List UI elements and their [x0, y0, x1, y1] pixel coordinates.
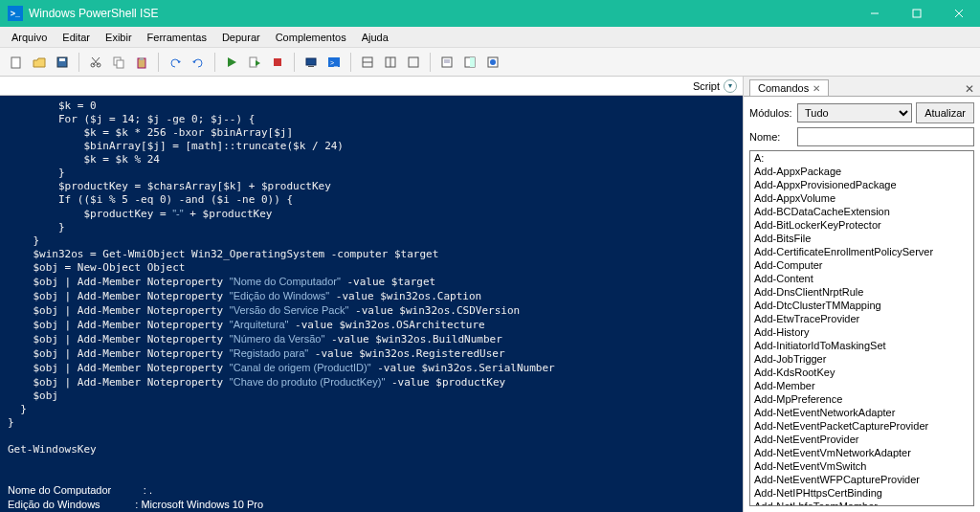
new-remote-tab-button[interactable] — [301, 52, 322, 73]
toggle-commands-button[interactable] — [482, 52, 503, 73]
svg-rect-15 — [250, 57, 256, 67]
svg-rect-14 — [140, 57, 144, 60]
list-item[interactable]: Add-AppxPackage — [750, 165, 973, 178]
list-item[interactable]: Add-NetEventWFPCaptureProvider — [750, 473, 973, 486]
svg-rect-6 — [59, 58, 65, 61]
layout1-button[interactable] — [357, 52, 378, 73]
list-item[interactable]: Add-InitiatorIdToMaskingSet — [750, 339, 973, 352]
app-icon: >_ — [8, 6, 23, 21]
list-item[interactable]: Add-NetEventProvider — [750, 433, 973, 446]
svg-rect-12 — [117, 60, 123, 68]
name-label: Nome: — [749, 131, 793, 143]
list-item[interactable]: Add-Computer — [750, 258, 973, 272]
menu-ajuda[interactable]: Ajuda — [354, 30, 396, 45]
menu-bar: ArquivoEditarExibirFerramentasDepurarCom… — [0, 27, 980, 48]
script-pane-header: Script ▾ — [0, 77, 743, 96]
show-command-addon-button[interactable] — [459, 52, 480, 73]
menu-ferramentas[interactable]: Ferramentas — [140, 30, 214, 45]
svg-rect-4 — [11, 57, 20, 68]
list-item[interactable]: Add-CertificateEnrollmentPolicyServer — [750, 245, 973, 258]
close-icon[interactable]: ✕ — [813, 83, 820, 94]
list-item[interactable]: Add-BitLockerKeyProtector — [750, 218, 973, 232]
svg-rect-1 — [913, 10, 921, 17]
stop-button[interactable] — [267, 52, 288, 73]
list-item[interactable]: Add-MpPreference — [750, 392, 973, 406]
list-item[interactable]: Add-NetEventVmSwitch — [750, 459, 973, 473]
run-button[interactable] — [221, 52, 242, 73]
undo-button[interactable] — [165, 52, 186, 73]
minimize-button[interactable] — [854, 0, 896, 27]
commands-list[interactable]: A:Add-AppxPackageAdd-AppxProvisionedPack… — [749, 150, 974, 506]
tab-commands[interactable]: Comandos ✕ — [749, 79, 829, 96]
save-button[interactable] — [52, 52, 73, 73]
powershell-button[interactable]: >_ — [323, 52, 345, 73]
window-title: Windows PowerShell ISE — [29, 7, 854, 20]
list-item[interactable]: Add-NetLbfoTeamMember — [750, 500, 973, 506]
refresh-button[interactable]: Atualizar — [916, 102, 974, 123]
name-input[interactable] — [797, 127, 974, 146]
list-item[interactable]: A: — [750, 151, 973, 165]
menu-arquivo[interactable]: Arquivo — [4, 30, 55, 45]
tab-commands-label: Comandos — [758, 82, 809, 94]
list-item[interactable]: Add-EtwTraceProvider — [750, 312, 973, 325]
modules-select[interactable]: Tudo — [797, 103, 912, 122]
toolbar: >_ — [0, 48, 980, 77]
panel-tab-bar: Comandos ✕ ✕ — [744, 77, 980, 96]
list-item[interactable]: Add-BitsFile — [750, 232, 973, 245]
panel-close-icon[interactable]: ✕ — [965, 82, 974, 96]
copy-button[interactable] — [108, 52, 129, 73]
paste-button[interactable] — [131, 52, 152, 73]
list-item[interactable]: Add-NetEventVmNetworkAdapter — [750, 446, 973, 459]
svg-rect-30 — [470, 57, 475, 67]
new-button[interactable] — [6, 52, 27, 73]
list-item[interactable]: Add-NetIPHttpsCertBinding — [750, 486, 973, 500]
list-item[interactable]: Add-DtcClusterTMMapping — [750, 299, 973, 312]
svg-line-9 — [93, 57, 100, 65]
list-item[interactable]: Add-NetEventPacketCaptureProvider — [750, 419, 973, 433]
svg-point-32 — [490, 59, 496, 65]
maximize-button[interactable] — [896, 0, 938, 27]
chevron-down-icon[interactable]: ▾ — [724, 79, 737, 93]
list-item[interactable]: Add-Content — [750, 272, 973, 285]
svg-rect-18 — [308, 66, 314, 67]
cut-button[interactable] — [85, 52, 106, 73]
script-pane-label: Script — [693, 80, 720, 92]
list-item[interactable]: Add-KdsRootKey — [750, 366, 973, 379]
svg-text:>_: >_ — [330, 59, 338, 67]
list-item[interactable]: Add-DnsClientNrptRule — [750, 285, 973, 299]
run-selection-button[interactable] — [244, 52, 265, 73]
open-button[interactable] — [29, 52, 50, 73]
commands-panel: Comandos ✕ ✕ Módulos: Tudo Atualizar Nom… — [743, 77, 980, 512]
title-bar: >_ Windows PowerShell ISE — [0, 0, 980, 27]
list-item[interactable]: Add-JobTrigger — [750, 352, 973, 366]
list-item[interactable]: Add-BCDataCacheExtension — [750, 205, 973, 218]
menu-depurar[interactable]: Depurar — [214, 30, 268, 45]
modules-label: Módulos: — [749, 107, 793, 119]
close-button[interactable] — [938, 0, 980, 27]
svg-rect-17 — [306, 58, 316, 65]
menu-complementos[interactable]: Complementos — [268, 30, 354, 45]
svg-rect-25 — [409, 57, 418, 67]
list-item[interactable]: Add-NetEventNetworkAdapter — [750, 406, 973, 419]
redo-button[interactable] — [188, 52, 209, 73]
layout3-button[interactable] — [403, 52, 424, 73]
show-script-button[interactable] — [436, 52, 457, 73]
layout2-button[interactable] — [380, 52, 401, 73]
list-item[interactable]: Add-History — [750, 325, 973, 339]
svg-line-10 — [92, 57, 99, 65]
menu-editar[interactable]: Editar — [55, 30, 98, 45]
list-item[interactable]: Add-AppxVolume — [750, 191, 973, 205]
list-item[interactable]: Add-AppxProvisionedPackage — [750, 178, 973, 191]
menu-exibir[interactable]: Exibir — [98, 30, 140, 45]
list-item[interactable]: Add-Member — [750, 379, 973, 392]
svg-rect-16 — [274, 58, 281, 66]
console-pane[interactable]: $k = 0 For ($j = 14; $j -ge 0; $j--) { $… — [0, 96, 743, 512]
